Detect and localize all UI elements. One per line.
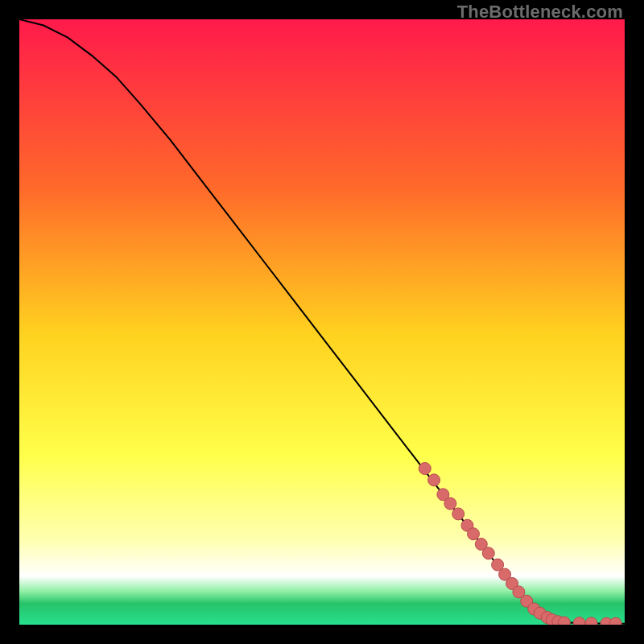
marker-point: [452, 508, 464, 520]
gradient-background: [19, 19, 625, 625]
marker-point: [419, 463, 431, 475]
marker-point: [468, 528, 480, 540]
marker-point: [428, 474, 440, 486]
marker-point: [482, 547, 494, 559]
marker-point: [558, 617, 570, 625]
chart-svg: [19, 19, 625, 625]
watermark-text: TheBottleneck.com: [457, 2, 623, 23]
marker-point: [444, 497, 456, 510]
chart-frame: [19, 19, 625, 625]
